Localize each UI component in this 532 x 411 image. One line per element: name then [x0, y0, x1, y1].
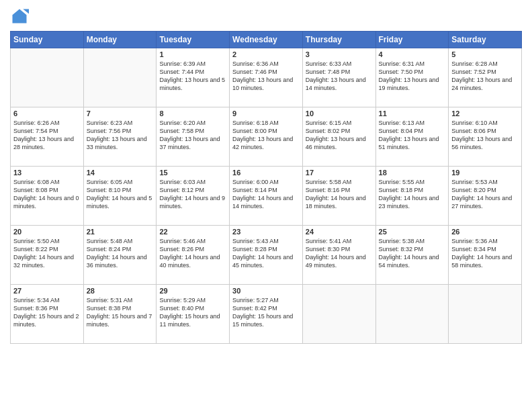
calendar-day-cell: 19Sunrise: 5:53 AM Sunset: 8:20 PM Dayli…	[449, 167, 522, 226]
day-info: Sunrise: 6:15 AM Sunset: 8:02 PM Dayligh…	[306, 119, 373, 152]
day-number: 15	[159, 169, 226, 177]
calendar-day-cell: 9Sunrise: 6:18 AM Sunset: 8:00 PM Daylig…	[230, 107, 303, 167]
day-number: 2	[232, 50, 300, 58]
calendar-day-cell	[375, 285, 449, 344]
calendar-week-row: 6Sunrise: 6:26 AM Sunset: 7:54 PM Daylig…	[11, 107, 522, 167]
calendar-week-row: 1Sunrise: 6:39 AM Sunset: 7:44 PM Daylig…	[11, 48, 522, 107]
svg-marker-0	[13, 9, 27, 24]
calendar-day-cell: 8Sunrise: 6:20 AM Sunset: 7:58 PM Daylig…	[157, 107, 230, 167]
logo-icon	[10, 7, 29, 26]
calendar-day-cell: 20Sunrise: 5:50 AM Sunset: 8:22 PM Dayli…	[11, 226, 84, 285]
day-number: 19	[451, 169, 519, 177]
day-number: 4	[379, 50, 446, 58]
calendar-day-cell: 18Sunrise: 5:55 AM Sunset: 8:18 PM Dayli…	[375, 167, 449, 226]
calendar-day-cell: 11Sunrise: 6:13 AM Sunset: 8:04 PM Dayli…	[375, 107, 449, 167]
calendar-day-cell: 12Sunrise: 6:10 AM Sunset: 8:06 PM Dayli…	[449, 107, 522, 167]
calendar-day-cell: 28Sunrise: 5:31 AM Sunset: 8:38 PM Dayli…	[83, 285, 157, 344]
day-info: Sunrise: 6:23 AM Sunset: 7:56 PM Dayligh…	[87, 119, 154, 152]
day-number: 10	[306, 109, 373, 118]
day-info: Sunrise: 6:10 AM Sunset: 8:06 PM Dayligh…	[451, 119, 519, 152]
day-number: 5	[451, 50, 519, 58]
header	[10, 7, 522, 26]
day-info: Sunrise: 6:31 AM Sunset: 7:50 PM Dayligh…	[379, 60, 446, 93]
calendar-day-cell: 23Sunrise: 5:43 AM Sunset: 8:28 PM Dayli…	[230, 226, 303, 285]
day-info: Sunrise: 6:36 AM Sunset: 7:46 PM Dayligh…	[232, 60, 300, 93]
day-number: 14	[87, 169, 154, 177]
day-number: 17	[306, 169, 373, 177]
day-of-week-header: Monday	[83, 32, 157, 48]
day-info: Sunrise: 5:34 AM Sunset: 8:36 PM Dayligh…	[13, 296, 81, 329]
day-number: 6	[13, 109, 81, 118]
day-number: 28	[87, 287, 154, 295]
day-info: Sunrise: 5:36 AM Sunset: 8:34 PM Dayligh…	[451, 237, 519, 270]
day-number: 23	[232, 228, 300, 236]
day-info: Sunrise: 5:27 AM Sunset: 8:42 PM Dayligh…	[232, 296, 300, 329]
day-number: 9	[232, 109, 300, 118]
day-info: Sunrise: 6:00 AM Sunset: 8:14 PM Dayligh…	[232, 178, 300, 211]
day-number: 24	[306, 228, 373, 236]
day-of-week-header: Friday	[375, 32, 449, 48]
calendar-day-cell: 24Sunrise: 5:41 AM Sunset: 8:30 PM Dayli…	[302, 226, 375, 285]
calendar-day-cell	[302, 285, 375, 344]
day-number: 26	[451, 228, 519, 236]
day-info: Sunrise: 6:18 AM Sunset: 8:00 PM Dayligh…	[232, 119, 300, 152]
day-number: 29	[159, 287, 226, 295]
calendar-day-cell	[449, 285, 522, 344]
day-number: 3	[306, 50, 373, 58]
day-number: 25	[379, 228, 446, 236]
day-number: 21	[87, 228, 154, 236]
page: SundayMondayTuesdayWednesdayThursdayFrid…	[0, 0, 532, 411]
calendar-day-cell: 4Sunrise: 6:31 AM Sunset: 7:50 PM Daylig…	[375, 48, 449, 107]
day-info: Sunrise: 5:38 AM Sunset: 8:32 PM Dayligh…	[379, 237, 446, 270]
day-number: 1	[159, 50, 226, 58]
calendar-day-cell: 21Sunrise: 5:48 AM Sunset: 8:24 PM Dayli…	[83, 226, 157, 285]
calendar-week-row: 27Sunrise: 5:34 AM Sunset: 8:36 PM Dayli…	[11, 285, 522, 344]
calendar-day-cell: 3Sunrise: 6:33 AM Sunset: 7:48 PM Daylig…	[302, 48, 375, 107]
day-info: Sunrise: 5:29 AM Sunset: 8:40 PM Dayligh…	[159, 296, 226, 329]
calendar-day-cell: 7Sunrise: 6:23 AM Sunset: 7:56 PM Daylig…	[83, 107, 157, 167]
day-number: 30	[232, 287, 300, 295]
day-of-week-header: Wednesday	[230, 32, 303, 48]
day-number: 16	[232, 169, 300, 177]
calendar-header-row: SundayMondayTuesdayWednesdayThursdayFrid…	[11, 32, 522, 48]
day-number: 20	[13, 228, 81, 236]
calendar-day-cell	[83, 48, 157, 107]
day-info: Sunrise: 5:46 AM Sunset: 8:26 PM Dayligh…	[159, 237, 226, 270]
calendar-day-cell: 1Sunrise: 6:39 AM Sunset: 7:44 PM Daylig…	[157, 48, 230, 107]
calendar-day-cell: 17Sunrise: 5:58 AM Sunset: 8:16 PM Dayli…	[302, 167, 375, 226]
calendar-week-row: 20Sunrise: 5:50 AM Sunset: 8:22 PM Dayli…	[11, 226, 522, 285]
day-number: 7	[87, 109, 154, 118]
day-number: 18	[379, 169, 446, 177]
day-of-week-header: Tuesday	[157, 32, 230, 48]
calendar-day-cell: 25Sunrise: 5:38 AM Sunset: 8:32 PM Dayli…	[375, 226, 449, 285]
calendar-day-cell: 30Sunrise: 5:27 AM Sunset: 8:42 PM Dayli…	[230, 285, 303, 344]
day-info: Sunrise: 6:03 AM Sunset: 8:12 PM Dayligh…	[159, 178, 226, 211]
day-info: Sunrise: 5:58 AM Sunset: 8:16 PM Dayligh…	[306, 178, 373, 211]
day-number: 8	[159, 109, 226, 118]
day-info: Sunrise: 6:13 AM Sunset: 8:04 PM Dayligh…	[379, 119, 446, 152]
calendar-day-cell: 10Sunrise: 6:15 AM Sunset: 8:02 PM Dayli…	[302, 107, 375, 167]
calendar-day-cell	[11, 48, 84, 107]
day-number: 27	[13, 287, 81, 295]
logo	[10, 7, 32, 26]
day-info: Sunrise: 6:28 AM Sunset: 7:52 PM Dayligh…	[451, 60, 519, 93]
day-info: Sunrise: 6:33 AM Sunset: 7:48 PM Dayligh…	[306, 60, 373, 93]
calendar-day-cell: 27Sunrise: 5:34 AM Sunset: 8:36 PM Dayli…	[11, 285, 84, 344]
day-number: 13	[13, 169, 81, 177]
calendar-day-cell: 22Sunrise: 5:46 AM Sunset: 8:26 PM Dayli…	[157, 226, 230, 285]
day-info: Sunrise: 6:20 AM Sunset: 7:58 PM Dayligh…	[159, 119, 226, 152]
day-info: Sunrise: 5:50 AM Sunset: 8:22 PM Dayligh…	[13, 237, 81, 270]
day-of-week-header: Saturday	[449, 32, 522, 48]
day-number: 11	[379, 109, 446, 118]
day-of-week-header: Sunday	[11, 32, 84, 48]
calendar-day-cell: 6Sunrise: 6:26 AM Sunset: 7:54 PM Daylig…	[11, 107, 84, 167]
calendar-day-cell: 16Sunrise: 6:00 AM Sunset: 8:14 PM Dayli…	[230, 167, 303, 226]
day-info: Sunrise: 6:39 AM Sunset: 7:44 PM Dayligh…	[159, 60, 226, 93]
calendar-day-cell: 13Sunrise: 6:08 AM Sunset: 8:08 PM Dayli…	[11, 167, 84, 226]
day-info: Sunrise: 5:53 AM Sunset: 8:20 PM Dayligh…	[451, 178, 519, 211]
day-info: Sunrise: 5:43 AM Sunset: 8:28 PM Dayligh…	[232, 237, 300, 270]
day-info: Sunrise: 5:31 AM Sunset: 8:38 PM Dayligh…	[87, 296, 154, 329]
day-number: 12	[451, 109, 519, 118]
calendar-day-cell: 5Sunrise: 6:28 AM Sunset: 7:52 PM Daylig…	[449, 48, 522, 107]
calendar-day-cell: 2Sunrise: 6:36 AM Sunset: 7:46 PM Daylig…	[230, 48, 303, 107]
